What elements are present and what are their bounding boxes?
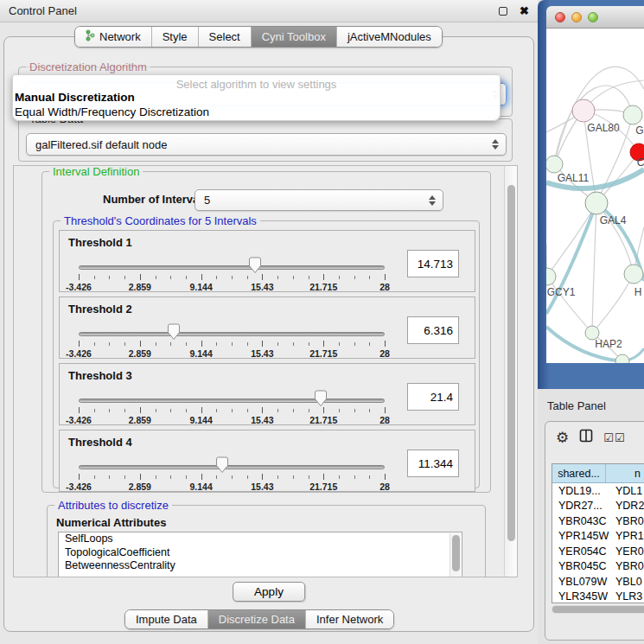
table-row[interactable]: YBR045CYBR0 [552,559,644,575]
slider-tick [216,342,217,346]
column-header-shared[interactable]: shared... [552,464,606,482]
slider-tick-label: 21.715 [309,282,337,292]
float-window-icon[interactable] [499,7,507,16]
slider-tick [170,475,171,479]
cell-shared-name: YDR27... [552,500,606,512]
slider-tick [124,409,125,412]
attribute-list-item[interactable]: SelfLoops [59,532,462,546]
slider-track[interactable] [79,399,385,403]
attribute-list-item[interactable]: TopologicalCoefficient [59,546,462,560]
slider-thumb[interactable] [167,323,181,344]
slider-thumb[interactable] [248,257,262,277]
popup-option-manual-discretization[interactable]: Manual Discretization [13,91,500,105]
column-header-name[interactable]: n [606,464,644,482]
threshold-value-field[interactable] [407,450,459,477]
attribute-list-item[interactable]: BetweennessCentrality [59,559,462,573]
tab-style[interactable]: Style [152,27,199,47]
network-svg: GAL80GAL11GAL4GCY1HHAP2GC [546,29,644,363]
popup-option-equal-width-frequency[interactable]: Equal Width/Frequency Discretization [13,105,500,120]
network-tree-icon [86,29,95,44]
minimize-traffic-light-icon[interactable] [571,12,582,22]
checkbox-icons[interactable]: ☑☑ [603,431,625,444]
slider-tick [186,276,187,279]
tab-select[interactable]: Select [199,27,252,47]
slider-thumb[interactable] [314,390,328,411]
number-of-intervals-combobox[interactable]: 5 [194,189,443,211]
tab-discretize-data[interactable]: Discretize Data [208,610,306,628]
slider-track[interactable] [79,265,385,270]
threshold-panel: Threshold 1-3.4262.8599.14415.4321.71528 [59,230,475,292]
slider-tick [339,342,340,346]
tab-impute-data[interactable]: Impute Data [125,610,208,628]
network-node[interactable] [623,105,642,124]
slider-track[interactable] [79,465,385,469]
network-node-label-partial: C [637,156,644,169]
slider-tick [309,342,309,346]
network-node[interactable] [546,268,556,285]
top-tab-bar: Network Style Select Cyni Toolbox jActiv… [74,26,443,48]
zoom-traffic-light-icon[interactable] [588,12,598,22]
tab-infer-network[interactable]: Infer Network [306,610,393,628]
table-row[interactable]: YDL19...YDL1 [552,483,644,499]
slider-tick [79,274,80,280]
settings-scrollbar[interactable] [504,166,517,577]
table-row[interactable]: YER054CYER0 [552,544,644,559]
slider-tick-label: -3.426 [66,415,92,425]
column-layout-icon[interactable] [579,429,593,446]
slider-tick [277,342,278,346]
threshold-value-field[interactable] [407,316,459,344]
list-scrollbar[interactable] [450,533,461,577]
settings-scrollbar-thumb[interactable] [507,185,515,541]
table-horizontal-scrollbar-thumb[interactable] [552,606,644,613]
table-row[interactable]: YLR345WYLR3 [552,590,644,604]
table-row[interactable]: YDR27...YDR2 [552,499,644,514]
slider-tick-label: 28 [379,348,390,359]
network-node[interactable] [585,192,608,214]
slider-tick-label: 21.715 [309,415,337,425]
slider-tick [140,474,141,480]
network-node[interactable] [572,99,595,122]
apply-button[interactable]: Apply [233,582,305,602]
slider-track[interactable] [79,332,385,336]
slider-tick [186,475,187,479]
slider-tick [293,342,294,346]
list-scrollbar-thumb[interactable] [452,535,460,571]
slider-tick [354,276,355,279]
close-icon[interactable]: ✖ [520,5,529,16]
table-row[interactable]: YBR043CYBR0 [552,513,644,529]
table-row[interactable]: YBL079WYBL0 [552,574,644,590]
table-row[interactable]: YPR145WYPR1 [552,529,644,545]
slider-tick [124,475,125,479]
slider-tick [369,342,370,346]
slider-tick-label: 9.144 [189,415,212,425]
slider-tick-label: 2.859 [129,282,151,292]
threshold-slider[interactable]: -3.4262.8599.14415.4321.71528 [79,455,385,493]
slider-tick-label: 2.859 [129,348,151,359]
threshold-slider[interactable]: -3.4262.8599.14415.4321.71528 [79,388,385,426]
threshold-slider[interactable]: -3.4262.8599.14415.4321.71528 [79,255,385,293]
network-node[interactable] [624,265,643,284]
slider-thumb[interactable] [215,456,229,477]
slider-tick [79,474,80,480]
tab-jactivemnodules[interactable]: jActiveMNodules [337,27,442,47]
combo-stepper-icon [429,195,436,206]
screen: Control Panel ✖ Network Style Select Cyn… [0,0,644,644]
close-traffic-light-icon[interactable] [555,12,565,22]
gear-icon[interactable]: ⚙ [556,430,569,445]
network-node[interactable] [546,156,563,173]
threshold-panel: Threshold 2-3.4262.8599.14415.4321.71528 [59,296,475,359]
network-window-titlebar[interactable] [546,6,644,29]
table-horizontal-scrollbar[interactable] [552,605,644,614]
table-data-combobox[interactable]: galFiltered.sif default node [26,133,507,156]
slider-tick [385,407,386,413]
tab-label: Discretize Data [219,613,295,626]
threshold-slider[interactable]: -3.4262.8599.14415.4321.71528 [79,322,385,360]
slider-tick [94,475,95,479]
numerical-attributes-list[interactable]: SelfLoopsTopologicalCoefficientBetweenne… [58,532,462,577]
network-canvas[interactable]: GAL80GAL11GAL4GCY1HHAP2GC [546,29,644,363]
tab-cyni-toolbox[interactable]: Cyni Toolbox [252,27,337,47]
slider-tick-label: -3.426 [66,348,92,359]
threshold-value-field[interactable] [407,383,459,411]
threshold-value-field[interactable] [407,250,459,277]
tab-network[interactable]: Network [75,27,152,47]
